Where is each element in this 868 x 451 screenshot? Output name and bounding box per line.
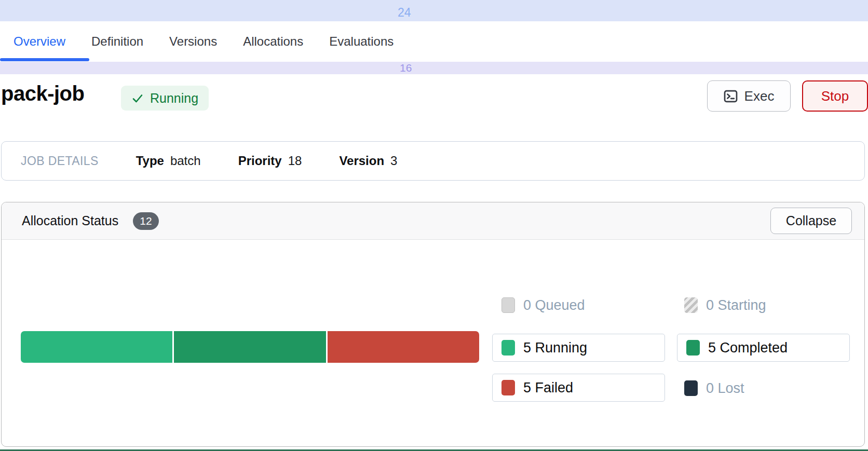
legend-item-starting: 0 Starting (684, 297, 766, 313)
job-type-value: batch (170, 154, 201, 168)
job-priority-field: Priority 18 (238, 154, 302, 168)
bar-segment-completed[interactable] (174, 331, 326, 363)
job-type-field: Type batch (136, 154, 201, 168)
check-icon (131, 92, 144, 104)
page-title: pack-job (1, 82, 84, 105)
stop-button-label: Stop (821, 88, 849, 104)
job-tabs: Overview Definition Versions Allocations… (0, 21, 868, 62)
tab-definition[interactable]: Definition (91, 34, 143, 49)
spacing-measure-top: 24 (0, 0, 868, 21)
tab-allocations[interactable]: Allocations (243, 34, 303, 49)
active-tab-underline (0, 58, 89, 61)
nomad-job-overview-screen: 24 Overview Definition Versions Allocati… (0, 0, 868, 451)
failed-swatch (501, 380, 515, 395)
status-badge-label: Running (150, 91, 198, 106)
legend-failed-text: 5 Failed (523, 380, 573, 396)
spacing-measure-top-value: 24 (398, 6, 411, 20)
legend-starting-text: 0 Starting (706, 297, 766, 313)
job-details-bar: JOB DETAILS Type batch Priority 18 Versi… (1, 141, 865, 181)
legend-item-completed[interactable]: 5 Completed (677, 334, 850, 362)
exec-button[interactable]: Exec (707, 80, 791, 112)
terminal-icon (724, 89, 738, 103)
starting-swatch (684, 297, 698, 313)
tab-versions[interactable]: Versions (169, 34, 217, 49)
tab-overview[interactable]: Overview (13, 34, 65, 49)
legend-item-lost: 0 Lost (684, 380, 744, 397)
legend-item-running[interactable]: 5 Running (492, 334, 665, 362)
allocation-count-badge: 12 (133, 212, 158, 230)
spacing-measure-middle: 16 (0, 62, 868, 74)
job-type-label: Type (136, 154, 164, 168)
job-version-field: Version 3 (339, 154, 397, 168)
legend-item-queued: 0 Queued (501, 297, 585, 313)
running-swatch (501, 340, 515, 356)
job-priority-value: 18 (288, 154, 302, 168)
bar-segment-failed[interactable] (328, 331, 479, 363)
job-version-label: Version (339, 154, 384, 168)
spacing-measure-middle-value: 16 (400, 62, 412, 74)
queued-swatch (501, 297, 515, 313)
exec-button-label: Exec (744, 88, 775, 104)
job-tab-bar: Overview Definition Versions Allocations… (0, 21, 868, 62)
allocation-status-title: Allocation Status (22, 213, 118, 228)
legend-queued-text: 0 Queued (523, 297, 585, 313)
legend-item-failed[interactable]: 5 Failed (492, 374, 665, 402)
job-details-heading: JOB DETAILS (21, 154, 99, 168)
job-version-value: 3 (390, 154, 397, 168)
stop-button[interactable]: Stop (802, 80, 868, 112)
completed-swatch (686, 340, 700, 356)
legend-lost-text: 0 Lost (706, 380, 744, 397)
allocation-status-panel: Allocation Status 12 Collapse (1, 202, 865, 447)
lost-swatch (684, 380, 698, 396)
collapse-button[interactable]: Collapse (770, 208, 852, 234)
job-priority-label: Priority (238, 154, 282, 168)
allocation-bar-chart (21, 331, 479, 363)
bar-segment-running[interactable] (21, 331, 172, 363)
legend-running-text: 5 Running (523, 340, 587, 356)
status-badge: Running (121, 86, 209, 111)
legend-completed-text: 5 Completed (708, 340, 788, 356)
tab-evaluations[interactable]: Evaluations (329, 34, 394, 49)
allocation-status-header: Allocation Status 12 Collapse (2, 202, 864, 240)
